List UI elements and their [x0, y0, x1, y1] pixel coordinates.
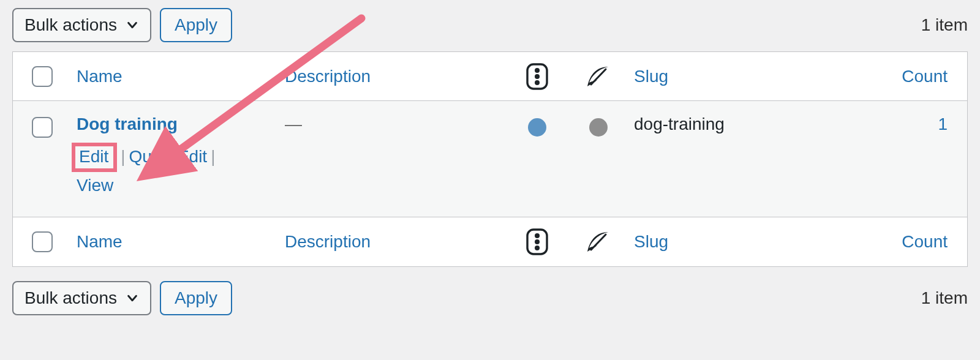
row-checkbox[interactable] [32, 117, 53, 138]
seo-indicator-blue [507, 114, 568, 137]
term-title-link[interactable]: Dog training [77, 114, 178, 133]
term-description: — [285, 114, 302, 133]
column-traffic-light-icon[interactable] [507, 63, 568, 90]
column-traffic-light-icon-footer[interactable] [507, 228, 568, 255]
column-name[interactable]: Name [77, 67, 123, 86]
apply-button-bottom[interactable]: Apply [160, 281, 232, 315]
term-slug: dog-training [634, 114, 725, 133]
column-feather-icon-footer[interactable] [568, 230, 629, 254]
table-header: Name Description Slug Count [13, 52, 967, 101]
select-all-checkbox-bottom[interactable] [32, 231, 53, 252]
table-footer: Name Description Slug Count [13, 217, 967, 266]
column-name-footer[interactable]: Name [77, 232, 123, 251]
row-action-edit[interactable]: Edit [79, 147, 108, 166]
svg-point-1 [535, 68, 540, 73]
column-feather-icon[interactable] [568, 64, 629, 89]
table-row: Dog training Edit |Quick Edit| View — do… [13, 101, 967, 217]
column-description[interactable]: Description [285, 67, 371, 86]
row-action-view[interactable]: View [77, 176, 113, 195]
column-slug[interactable]: Slug [634, 67, 668, 86]
apply-button-top[interactable]: Apply [160, 8, 232, 42]
column-count-footer[interactable]: Count [902, 232, 948, 251]
chevron-down-icon [126, 18, 139, 32]
readability-indicator-grey [568, 114, 629, 137]
row-actions: Edit |Quick Edit| View [77, 143, 275, 198]
item-count-bottom: 1 item [921, 288, 968, 308]
terms-table: Name Description Slug Count [12, 51, 968, 267]
chevron-down-icon [126, 291, 139, 305]
item-count-top: 1 item [921, 15, 968, 35]
svg-point-3 [535, 80, 540, 85]
select-all-checkbox-top[interactable] [32, 66, 53, 87]
bulk-actions-label: Bulk actions [24, 15, 117, 35]
term-count-link[interactable]: 1 [938, 114, 948, 133]
annotation-highlight-edit: Edit [72, 143, 117, 172]
column-count[interactable]: Count [902, 67, 948, 86]
bulk-actions-select-top[interactable]: Bulk actions [12, 8, 151, 42]
svg-point-5 [535, 233, 540, 238]
svg-point-6 [535, 239, 540, 244]
svg-point-2 [535, 74, 540, 79]
column-description-footer[interactable]: Description [285, 232, 371, 251]
column-slug-footer[interactable]: Slug [634, 232, 668, 251]
svg-point-7 [535, 246, 540, 250]
row-action-quick-edit[interactable]: Quick Edit [129, 147, 208, 166]
bulk-actions-select-bottom[interactable]: Bulk actions [12, 281, 151, 315]
bulk-actions-label-bottom: Bulk actions [24, 288, 117, 308]
